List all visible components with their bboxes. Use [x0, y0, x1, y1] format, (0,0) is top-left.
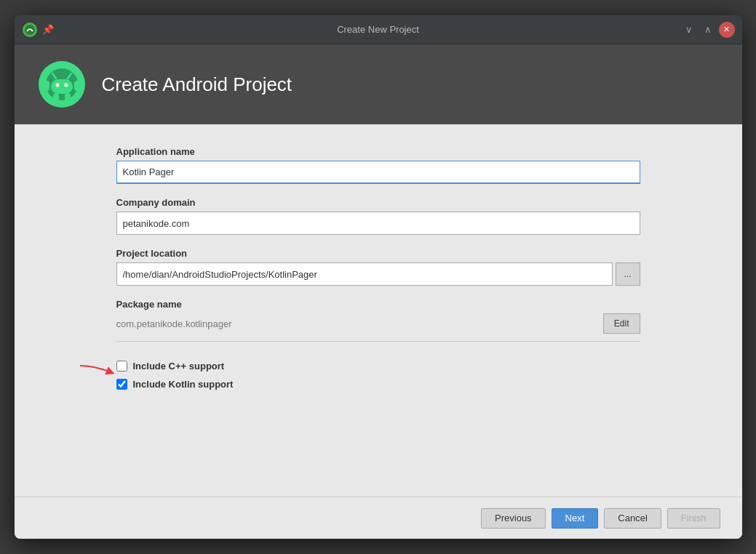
cpp-arrow	[73, 362, 116, 384]
svg-point-1	[25, 25, 35, 35]
previous-button[interactable]: Previous	[481, 508, 546, 529]
kotlin-support-checkbox[interactable]	[116, 379, 127, 390]
app-name-group: Application name	[116, 146, 640, 184]
company-domain-label: Company domain	[116, 197, 640, 208]
company-domain-group: Company domain	[116, 197, 640, 235]
app-name-input[interactable]	[116, 161, 640, 184]
dialog-title: Create Android Project	[102, 73, 293, 96]
package-name-value: com.petanikode.kotlinpager	[116, 318, 232, 329]
svg-rect-13	[53, 93, 59, 102]
kotlin-support-item: Include Kotlin support	[116, 379, 640, 390]
location-row: ...	[116, 262, 640, 286]
svg-rect-6	[51, 79, 73, 94]
browse-button[interactable]: ...	[616, 262, 640, 286]
svg-point-8	[64, 84, 68, 87]
kotlin-support-label: Include Kotlin support	[133, 379, 234, 390]
finish-button[interactable]: Finish	[667, 508, 720, 529]
next-button[interactable]: Next	[552, 508, 599, 529]
main-window: 📌 Create New Project ∨ ∧ ✕	[15, 15, 742, 539]
maximize-button[interactable]: ∧	[700, 22, 716, 38]
minimize-button[interactable]: ∨	[681, 22, 697, 38]
checkbox-group: Include C++ support Include Kotlin suppo…	[116, 361, 640, 390]
svg-point-2	[27, 30, 28, 31]
dialog-footer: Previous Next Cancel Finish	[15, 497, 742, 539]
cpp-support-item: Include C++ support	[116, 361, 640, 372]
app-name-label: Application name	[116, 146, 640, 157]
svg-point-7	[55, 84, 59, 87]
cancel-button[interactable]: Cancel	[604, 508, 661, 529]
svg-rect-14	[65, 93, 71, 102]
cpp-support-label: Include C++ support	[133, 361, 225, 372]
project-location-input[interactable]	[116, 262, 613, 286]
android-logo	[36, 59, 87, 110]
svg-rect-12	[74, 81, 80, 91]
cpp-support-checkbox[interactable]	[116, 361, 127, 372]
svg-rect-11	[44, 81, 49, 91]
package-name-row: com.petanikode.kotlinpager Edit	[116, 313, 640, 342]
package-name-label: Package name	[116, 299, 640, 310]
company-domain-input[interactable]	[116, 212, 640, 235]
project-location-label: Project location	[116, 248, 640, 259]
title-bar-right: ∨ ∧ ✕	[681, 22, 735, 38]
title-bar-left: 📌	[22, 22, 54, 38]
dialog: Create Android Project Application name …	[15, 44, 742, 539]
window-title: Create New Project	[337, 24, 419, 35]
svg-point-3	[31, 30, 33, 31]
title-bar: 📌 Create New Project ∨ ∧ ✕	[15, 15, 742, 44]
package-name-group: Package name com.petanikode.kotlinpager …	[116, 299, 640, 342]
project-location-group: Project location ...	[116, 248, 640, 286]
dialog-header: Create Android Project	[15, 44, 742, 124]
pin-icon: 📌	[42, 24, 54, 35]
dialog-body: Application name Company domain Project …	[15, 124, 742, 497]
android-studio-icon	[22, 22, 38, 38]
edit-package-button[interactable]: Edit	[603, 313, 640, 334]
close-button[interactable]: ✕	[719, 22, 735, 38]
